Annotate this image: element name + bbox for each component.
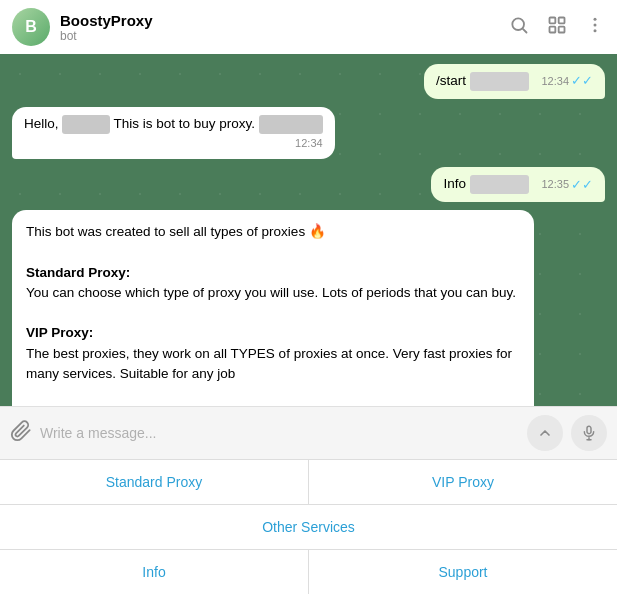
send-button[interactable] — [527, 415, 563, 451]
header-actions — [509, 15, 605, 40]
menu-icon[interactable] — [585, 15, 605, 40]
attach-icon[interactable] — [10, 420, 32, 447]
msg-time: 12:35 — [541, 177, 569, 192]
standard-proxy-button[interactable]: Standard Proxy — [0, 460, 309, 504]
header-info: BoostyProxy bot — [60, 12, 499, 43]
search-icon[interactable] — [509, 15, 529, 40]
bottom-buttons: Standard Proxy VIP Proxy Other Services … — [0, 459, 617, 594]
svg-line-1 — [523, 28, 527, 32]
info-footer: Any question - @boosantwork — [26, 404, 520, 406]
vip-proxy-button[interactable]: VIP Proxy — [309, 460, 617, 504]
send-area — [527, 415, 607, 451]
svg-point-8 — [594, 29, 597, 32]
svg-point-7 — [594, 23, 597, 26]
bot-name: BoostyProxy — [60, 12, 499, 29]
svg-rect-2 — [550, 17, 556, 23]
msg-time: 12:34 — [295, 136, 323, 151]
start-command-text: /start — [436, 72, 530, 91]
standard-proxy-body: You can choose which type of proxy you w… — [26, 283, 520, 303]
chat-area: /start 12:34 ✓✓ Hello, This is bot to bu… — [0, 54, 617, 406]
message-info-cmd: Info 12:35 ✓✓ — [12, 167, 605, 202]
input-area — [0, 406, 617, 459]
svg-point-6 — [594, 17, 597, 20]
svg-rect-3 — [559, 17, 565, 23]
other-services-button[interactable]: Other Services — [0, 505, 617, 549]
hello-text: Hello, This is bot to buy proxy. — [24, 116, 323, 131]
button-row-3: Info Support — [0, 549, 617, 594]
svg-rect-4 — [550, 26, 556, 32]
info-command-text: Info — [443, 175, 529, 194]
columns-icon[interactable] — [547, 15, 567, 40]
standard-proxy-heading: Standard Proxy: — [26, 263, 520, 283]
info-title: This bot was created to sell all types o… — [26, 222, 520, 242]
info-button[interactable]: Info — [0, 550, 309, 594]
avatar: B — [12, 8, 50, 46]
message-start: /start 12:34 ✓✓ — [12, 64, 605, 99]
vip-proxy-body: The best proxies, they work on all TYPES… — [26, 344, 520, 385]
message-hello: Hello, This is bot to buy proxy. 12:34 — [12, 107, 605, 159]
chat-header: B BoostyProxy bot — [0, 0, 617, 54]
msg-time: 12:34 — [541, 74, 569, 89]
read-check-icon: ✓✓ — [571, 176, 593, 194]
bubble-meta: 12:34 — [24, 136, 323, 151]
message-input[interactable] — [40, 419, 519, 447]
message-info-response: This bot was created to sell all types o… — [12, 210, 605, 406]
read-check-icon: ✓✓ — [571, 72, 593, 90]
svg-rect-5 — [559, 26, 565, 32]
svg-rect-9 — [587, 426, 591, 433]
mic-button[interactable] — [571, 415, 607, 451]
vip-proxy-heading: VIP Proxy: — [26, 323, 520, 343]
support-button[interactable]: Support — [309, 550, 617, 594]
bot-status: bot — [60, 29, 499, 43]
button-row-1: Standard Proxy VIP Proxy — [0, 460, 617, 504]
button-row-2: Other Services — [0, 504, 617, 549]
